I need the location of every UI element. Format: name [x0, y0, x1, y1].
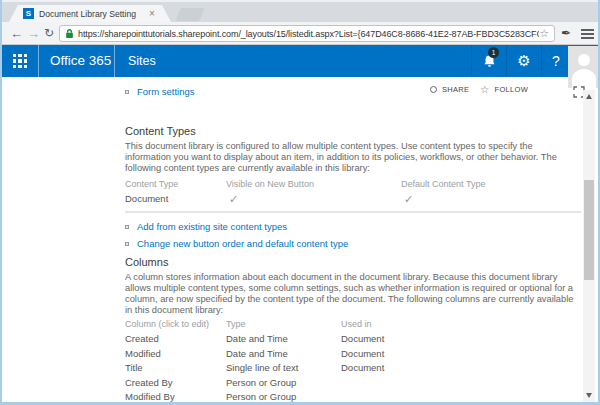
- scroll-down-icon[interactable]: [586, 393, 592, 398]
- bullet-icon: [125, 225, 129, 229]
- content-type-link[interactable]: Document: [125, 193, 226, 206]
- close-tab-icon[interactable]: ×: [149, 9, 155, 19]
- columns-table-body: Created Date and Time Document Modified …: [125, 332, 581, 405]
- nav-sites[interactable]: Sites: [128, 45, 156, 77]
- https-lock-icon: [65, 28, 74, 39]
- office365-brand[interactable]: Office 365: [50, 45, 111, 77]
- notifications-button[interactable]: 1: [472, 45, 506, 77]
- settings-content: Form settings Content Types This documen…: [125, 86, 581, 405]
- add-content-types-link[interactable]: Add from existing site content types: [125, 221, 581, 232]
- scrollbar-thumb[interactable]: [584, 180, 594, 280]
- suite-separator: [114, 45, 115, 77]
- settings-gear-icon[interactable]: ⚙: [507, 45, 541, 77]
- content-types-table-header: Content Type Visible on New Button Defau…: [125, 179, 581, 189]
- table-row: Modified By Person or Group: [125, 390, 581, 405]
- tab-strip: S Document Library Setting ×: [2, 0, 598, 22]
- scroll-up-icon[interactable]: [586, 94, 592, 99]
- form-settings-link[interactable]: Form settings: [125, 86, 581, 97]
- table-row: Created By Person or Group: [125, 376, 581, 391]
- column-header: Column (click to edit): [125, 319, 226, 329]
- bookmark-star-icon[interactable]: ☆: [539, 28, 549, 39]
- back-icon[interactable]: ←: [10, 25, 23, 42]
- user-avatar[interactable]: [568, 46, 600, 88]
- column-header: Used in: [341, 319, 581, 329]
- column-header: Default Content Type: [401, 179, 581, 189]
- table-row: Document ✓ ✓: [125, 193, 581, 206]
- columns-title: Columns: [125, 256, 581, 268]
- forward-icon[interactable]: →: [27, 25, 40, 42]
- change-button-order-link[interactable]: Change new button order and default cont…: [125, 238, 581, 249]
- table-row: Title Single line of text Document: [125, 361, 581, 376]
- content-types-description: This document library is configured to a…: [125, 141, 581, 174]
- browser-menu-icon[interactable]: [581, 29, 594, 41]
- column-header: Content Type: [125, 179, 226, 189]
- vertical-scrollbar[interactable]: [583, 90, 595, 402]
- columns-description: A column stores information about each d…: [125, 272, 581, 316]
- content-types-title: Content Types: [125, 125, 581, 137]
- tab-title: Document Library Setting: [39, 9, 145, 19]
- suite-separator: [38, 45, 39, 77]
- column-header: Type: [226, 319, 341, 329]
- table-row: Created Date and Time Document: [125, 332, 581, 347]
- notification-badge: 1: [488, 47, 499, 58]
- sharepoint-favicon-icon: S: [23, 8, 34, 19]
- table-row: Modified Date and Time Document: [125, 347, 581, 362]
- column-header: Visible on New Button: [226, 179, 401, 189]
- extension-icon[interactable]: ✒: [561, 26, 571, 40]
- column-name-link[interactable]: Modified: [125, 347, 226, 362]
- app-launcher-icon[interactable]: [13, 54, 27, 68]
- bullet-icon: [125, 90, 129, 94]
- bullet-icon: [125, 242, 129, 246]
- column-name-link[interactable]: Title: [125, 361, 226, 376]
- browser-window: S Document Library Setting × ← → ↻ https…: [0, 0, 600, 405]
- section-divider: [125, 211, 581, 213]
- checkmark-icon: ✓: [401, 193, 581, 206]
- browser-tab[interactable]: S Document Library Setting ×: [9, 5, 171, 22]
- browser-toolbar: ← → ↻ https://sharepointtutorials.sharep…: [2, 22, 598, 45]
- new-tab-button[interactable]: [175, 8, 204, 21]
- office365-suite-bar: Office 365 Sites 1 ⚙ ?: [2, 45, 598, 77]
- column-name-link[interactable]: Created: [125, 332, 226, 347]
- url-text: https://sharepointtutorials.sharepoint.c…: [78, 29, 539, 39]
- column-name-link[interactable]: Modified By: [125, 390, 226, 405]
- checkmark-icon: ✓: [226, 193, 401, 206]
- column-name-link[interactable]: Created By: [125, 376, 226, 391]
- columns-table-header: Column (click to edit) Type Used in: [125, 319, 581, 329]
- address-bar[interactable]: https://sharepointtutorials.sharepoint.c…: [59, 25, 555, 42]
- refresh-icon[interactable]: ↻: [44, 25, 54, 42]
